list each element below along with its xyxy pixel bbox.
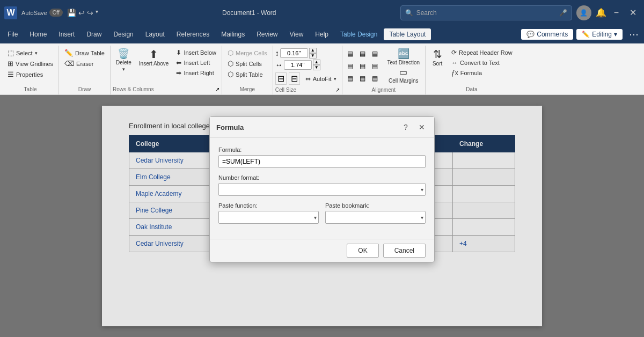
save-icon[interactable]: 💾 <box>67 9 76 17</box>
microphone-icon[interactable]: 🎤 <box>559 9 567 17</box>
ribbon-group-table: ⬚ Select ▾ ⊞ View Gridlines ☰ Properties… <box>2 46 59 94</box>
properties-button[interactable]: ☰ Properties <box>4 69 56 79</box>
cell-width-input[interactable] <box>284 60 312 70</box>
eraser-button[interactable]: ⌫ Eraser <box>61 58 108 69</box>
cell-size-expand-icon[interactable]: ↗ <box>335 87 340 93</box>
ribbon-group-merge: ⬡ Merge Cells ⬡ Split Cells ⬡ Split Tabl… <box>222 46 273 94</box>
search-box[interactable]: 🔍 Search 🎤 <box>400 5 572 20</box>
align-bottom-center[interactable]: ▤ <box>357 72 369 84</box>
ribbon-group-alignment: ▤ ▤ ▤ ▤ ▤ ▤ ▤ ▤ ▤ 🔤 Text Direction ▭ Cel… <box>342 46 426 94</box>
title-right-controls: 👤 🔔 − ✕ <box>576 5 640 20</box>
cell-margins-button[interactable]: ▭ Cell Margins <box>384 67 423 85</box>
align-bottom-right[interactable]: ▤ <box>369 72 381 84</box>
ribbon-collapse-button[interactable]: ⋯ <box>626 28 642 41</box>
distribute-rows-icon[interactable]: ⊟ <box>275 72 287 85</box>
insert-above-button[interactable]: ⬆ Insert Above <box>136 48 172 68</box>
autosave-control[interactable]: AutoSave Off <box>21 9 63 17</box>
undo-redo-group: 💾 ↩ ↪ ▾ <box>67 9 98 17</box>
ribbon-group-cell-size: ↕ ▲ ▼ ↔ ▲ ▼ ⊟ ⊟ <box>273 46 342 94</box>
convert-to-text-button[interactable]: ↔ Convert to Text <box>448 58 516 68</box>
cell-height-input[interactable] <box>280 48 308 58</box>
align-top-left[interactable]: ▤ <box>345 48 356 60</box>
dialog-title: Formula <box>216 123 244 131</box>
menu-home[interactable]: Home <box>24 28 52 40</box>
menu-table-layout[interactable]: Table Layout <box>384 28 431 40</box>
close-button[interactable]: ✕ <box>626 6 640 19</box>
align-middle-left[interactable]: ▤ <box>345 60 356 72</box>
paste-bookmark-select[interactable] <box>325 211 426 224</box>
edit-icon: ✏️ <box>582 31 590 38</box>
number-format-field: Number format: ▾ <box>218 174 426 196</box>
align-top-center[interactable]: ▤ <box>357 48 369 60</box>
menu-help[interactable]: Help <box>310 28 334 40</box>
text-direction-button[interactable]: 🔤 Text Direction <box>384 48 423 67</box>
select-dropdown-icon: ▾ <box>35 50 38 56</box>
formula-button[interactable]: ƒx Formula <box>448 68 516 78</box>
align-middle-right[interactable]: ▤ <box>369 60 381 72</box>
menu-mailings[interactable]: Mailings <box>216 28 250 40</box>
merge-group-col: ⬡ Merge Cells ⬡ Split Cells ⬡ Split Tabl… <box>224 48 270 79</box>
menu-insert[interactable]: Insert <box>53 28 80 40</box>
notification-icon[interactable]: 🔔 <box>596 8 606 18</box>
menu-references[interactable]: References <box>171 28 215 40</box>
insert-below-button[interactable]: ⬇ Insert Below <box>173 48 219 57</box>
cell-width-down[interactable]: ▼ <box>313 65 320 70</box>
dialog-ok-button[interactable]: OK <box>347 244 378 258</box>
delete-button[interactable]: 🗑️ Delete ▾ <box>113 48 135 73</box>
user-avatar[interactable]: 👤 <box>576 5 591 20</box>
split-cells-button[interactable]: ⬡ Split Cells <box>224 58 270 69</box>
autofit-button[interactable]: ⇔ AutoFit ▾ <box>302 72 340 85</box>
number-format-select[interactable] <box>218 183 426 196</box>
menu-file[interactable]: File <box>2 28 23 40</box>
alignment-group-label: Alignment <box>345 86 423 94</box>
data-group-items: ⇅ Sort ⟳ Repeat Header Row ↔ Convert to … <box>428 47 516 85</box>
split-table-button[interactable]: ⬡ Split Table <box>224 69 270 79</box>
autosave-toggle[interactable]: Off <box>49 9 63 17</box>
comments-button[interactable]: 💬 Comments <box>521 29 573 40</box>
menu-draw[interactable]: Draw <box>81 28 107 40</box>
distribute-cols-icon[interactable]: ⊟ <box>289 72 300 85</box>
sort-button[interactable]: ⇅ Sort <box>428 48 447 68</box>
align-bottom-left[interactable]: ▤ <box>345 72 356 84</box>
merge-group-label: Merge <box>224 85 270 93</box>
menu-design[interactable]: Design <box>108 28 138 40</box>
alignment-buttons: 🔤 Text Direction ▭ Cell Margins <box>384 48 423 85</box>
editing-button[interactable]: ✏️ Editing ▾ <box>576 29 623 40</box>
menu-table-design[interactable]: Table Design <box>335 28 383 40</box>
split-cells-icon: ⬡ <box>228 60 233 68</box>
cell-size-group-label: Cell Size <box>275 86 296 94</box>
minimize-button[interactable]: − <box>611 7 622 19</box>
ribbon-group-rows-cols: 🗑️ Delete ▾ ⬆ Insert Above ⬇ Insert Belo… <box>111 46 222 94</box>
paste-function-select[interactable] <box>218 211 319 224</box>
merge-group-items: ⬡ Merge Cells ⬡ Split Cells ⬡ Split Tabl… <box>224 47 270 85</box>
undo-button[interactable]: ↩ <box>78 9 85 17</box>
align-middle-center[interactable]: ▤ <box>357 60 369 72</box>
insert-left-button[interactable]: ⬅ Insert Left <box>173 58 219 68</box>
menu-layout[interactable]: Layout <box>140 28 170 40</box>
cell-height-up[interactable]: ▲ <box>309 48 317 53</box>
formula-input[interactable] <box>218 155 426 168</box>
dialog-help-button[interactable]: ? <box>400 121 412 133</box>
table-group-label: Table <box>4 85 56 93</box>
align-top-right[interactable]: ▤ <box>369 48 381 60</box>
draw-group-label: Draw <box>61 85 108 93</box>
autofit-dropdown: ▾ <box>334 76 336 82</box>
merge-cells-button[interactable]: ⬡ Merge Cells <box>224 48 270 58</box>
draw-table-button[interactable]: ✏️ Draw Table <box>61 48 108 58</box>
dialog-cancel-button[interactable]: Cancel <box>383 244 426 258</box>
menu-review[interactable]: Review <box>251 28 283 40</box>
formula-dialog: Formula ? ✕ Formula: Number format: <box>209 116 435 262</box>
cell-height-down[interactable]: ▼ <box>309 53 317 58</box>
rows-cols-expand-icon[interactable]: ↗ <box>215 86 219 92</box>
repeat-header-button[interactable]: ⟳ Repeat Header Row <box>448 48 516 57</box>
insert-right-button[interactable]: ➡ Insert Right <box>173 68 219 78</box>
document-title: Document1 - Word <box>103 9 396 17</box>
dialog-close-button[interactable]: ✕ <box>416 121 428 133</box>
select-button[interactable]: ⬚ Select ▾ <box>4 48 56 58</box>
cell-width-up[interactable]: ▲ <box>313 60 320 65</box>
view-gridlines-button[interactable]: ⊞ View Gridlines <box>4 58 56 69</box>
sort-icon: ⇅ <box>433 49 442 60</box>
menu-view[interactable]: View <box>284 28 309 40</box>
redo-button[interactable]: ↪ <box>87 9 93 17</box>
quick-access-dropdown[interactable]: ▾ <box>96 9 98 17</box>
